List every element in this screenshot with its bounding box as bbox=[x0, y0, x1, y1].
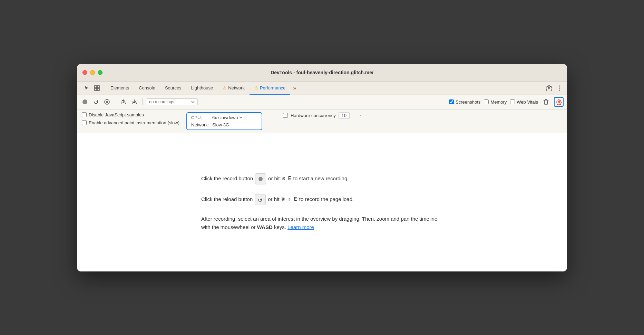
reload-shortcut: ⌘ ⇧ E bbox=[282, 195, 297, 203]
disable-js-samples-row[interactable]: Disable JavaScript samples bbox=[82, 112, 179, 117]
hw-concurrency-value: 10 bbox=[339, 112, 350, 119]
inspect-icon[interactable] bbox=[93, 84, 101, 92]
disable-js-samples-checkbox[interactable] bbox=[82, 112, 87, 117]
record-button[interactable] bbox=[80, 97, 89, 106]
drag-text: After recording, select an area of inter… bbox=[201, 216, 437, 230]
web-vitals-checkbox-input[interactable] bbox=[510, 99, 515, 104]
toolbar-separator-1 bbox=[115, 98, 115, 105]
traffic-lights bbox=[82, 70, 103, 75]
delete-recordings-button[interactable] bbox=[541, 97, 550, 106]
toolbar-right: Screenshots Memory Web Vitals bbox=[449, 97, 564, 107]
upload-button[interactable] bbox=[119, 97, 128, 106]
record-button-inline[interactable] bbox=[255, 173, 266, 184]
more-tabs-button[interactable]: » bbox=[290, 85, 299, 91]
devtools-window: DevTools - foul-heavenly-direction.glitc… bbox=[77, 64, 567, 271]
reload-line-post: to record the page load. bbox=[299, 195, 354, 203]
tab-network[interactable]: ⚠ Network bbox=[218, 82, 250, 95]
hw-concurrency-checkbox[interactable] bbox=[283, 113, 288, 118]
tab-elements[interactable]: Elements bbox=[106, 82, 134, 95]
cpu-label: CPU: bbox=[191, 115, 210, 120]
svg-rect-2 bbox=[95, 88, 97, 90]
settings-icon[interactable] bbox=[544, 83, 554, 93]
network-warn-icon: ⚠ bbox=[223, 85, 227, 90]
reload-button-inline[interactable] bbox=[255, 194, 266, 205]
enable-paint-checkbox[interactable] bbox=[82, 120, 87, 125]
toolbar: no recordings Screenshots Memory Web Vit… bbox=[77, 95, 567, 109]
tab-bar: Elements Console Sources Lighthouse ⚠ Ne… bbox=[77, 82, 567, 95]
drag-instruction: After recording, select an area of inter… bbox=[201, 215, 443, 231]
cpu-throttle-select[interactable]: 6x slowdown bbox=[212, 115, 243, 120]
close-button[interactable] bbox=[82, 70, 87, 75]
more-options-icon[interactable] bbox=[555, 83, 564, 93]
memory-checkbox-input[interactable] bbox=[484, 99, 489, 104]
network-value: Slow 3G bbox=[212, 122, 229, 127]
hw-concurrency-label: Hardware concurrency bbox=[291, 113, 336, 118]
wasd-text: WASD bbox=[257, 224, 273, 230]
settings-checkboxes: Disable JavaScript samples Enable advanc… bbox=[82, 112, 179, 125]
learn-more-link[interactable]: Learn more bbox=[287, 224, 314, 230]
enable-paint-row[interactable]: Enable advanced paint instrumentation (s… bbox=[82, 120, 179, 125]
cursor-icon[interactable] bbox=[82, 84, 91, 92]
record-instruction: Click the record button or hit ⌘ E to st… bbox=[201, 173, 443, 184]
svg-point-11 bbox=[258, 177, 263, 181]
tab-performance[interactable]: ⚠ Performance bbox=[250, 82, 290, 95]
tab-sources[interactable]: Sources bbox=[160, 82, 186, 95]
network-label: Network: bbox=[191, 122, 210, 127]
reload-instruction: Click the reload button or hit ⌘ ⇧ E to … bbox=[201, 194, 443, 205]
svg-rect-3 bbox=[97, 88, 99, 90]
record-line-pre: Click the record button bbox=[201, 175, 253, 183]
tab-console[interactable]: Console bbox=[134, 82, 160, 95]
tab-right-icons bbox=[544, 83, 564, 93]
svg-rect-0 bbox=[95, 86, 97, 88]
tab-icons bbox=[80, 82, 104, 95]
cpu-network-box: CPU: 6x slowdown Network: Slow 3G bbox=[186, 112, 262, 130]
window-title: DevTools - foul-heavenly-direction.glitc… bbox=[271, 70, 373, 75]
screenshots-checkbox[interactable]: Screenshots bbox=[449, 99, 480, 105]
maximize-button[interactable] bbox=[98, 70, 103, 75]
reload-record-button[interactable] bbox=[91, 97, 100, 106]
hw-concurrency-row: Hardware concurrency 10 bbox=[283, 112, 350, 119]
main-content: Click the record button or hit ⌘ E to st… bbox=[77, 133, 567, 271]
stop-recording-button[interactable] bbox=[103, 97, 111, 106]
screenshots-checkbox-input[interactable] bbox=[449, 99, 454, 104]
svg-point-5 bbox=[559, 88, 560, 89]
download-button[interactable] bbox=[130, 97, 139, 106]
drag-text-post: keys. bbox=[273, 224, 286, 230]
record-line-post: to start a new recording. bbox=[293, 175, 349, 183]
toolbar-separator-2 bbox=[142, 98, 143, 105]
record-line-mid: or hit bbox=[268, 175, 280, 183]
performance-warn-icon: ⚠ bbox=[254, 85, 258, 90]
reload-line-pre: Click the reload button bbox=[201, 195, 253, 203]
capture-settings-button[interactable] bbox=[554, 97, 564, 107]
memory-checkbox[interactable]: Memory bbox=[484, 99, 507, 105]
tab-lighthouse[interactable]: Lighthouse bbox=[186, 82, 218, 95]
instructions: Click the record button or hit ⌘ E to st… bbox=[201, 173, 443, 231]
cpu-row: CPU: 6x slowdown bbox=[191, 115, 257, 120]
network-row: Network: Slow 3G bbox=[191, 122, 257, 127]
dot-separator: · bbox=[360, 112, 361, 118]
minimize-button[interactable] bbox=[90, 70, 95, 75]
web-vitals-checkbox[interactable]: Web Vitals bbox=[510, 99, 538, 105]
svg-point-6 bbox=[559, 90, 560, 91]
svg-point-4 bbox=[559, 86, 560, 87]
recordings-dropdown[interactable]: no recordings bbox=[146, 98, 198, 105]
svg-point-7 bbox=[82, 99, 87, 104]
svg-rect-1 bbox=[97, 86, 99, 88]
reload-line-mid: or hit bbox=[268, 195, 279, 203]
record-shortcut: ⌘ E bbox=[282, 175, 291, 183]
titlebar: DevTools - foul-heavenly-direction.glitc… bbox=[77, 64, 567, 82]
settings-panel: Disable JavaScript samples Enable advanc… bbox=[77, 109, 567, 133]
